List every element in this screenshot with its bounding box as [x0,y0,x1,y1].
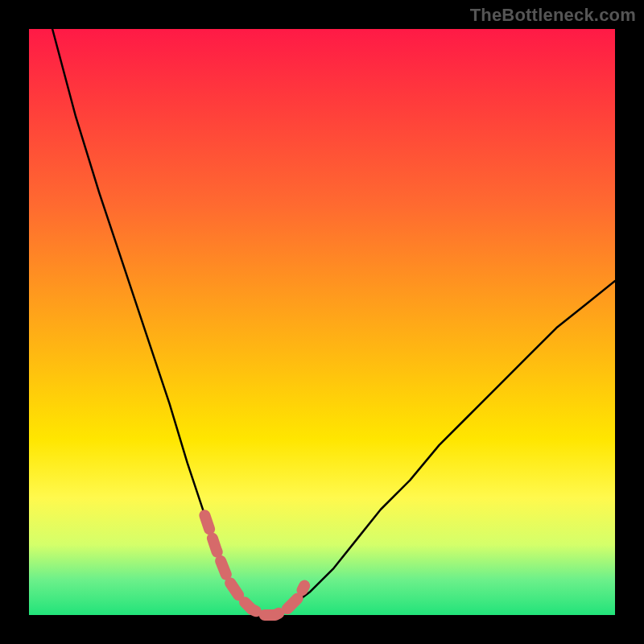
highlight-segment [204,515,304,615]
chart-frame: TheBottleneck.com [0,0,644,644]
curve-svg [29,29,615,615]
plot-area [29,29,615,615]
watermark-text: TheBottleneck.com [470,5,636,26]
bottleneck-curve [52,29,615,615]
